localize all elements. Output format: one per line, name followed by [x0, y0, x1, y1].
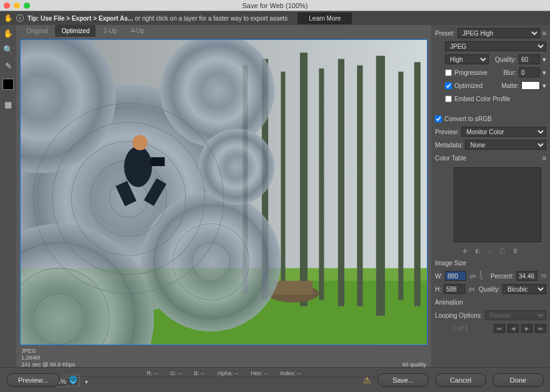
blur-input[interactable] [519, 67, 540, 77]
percent-unit: % [541, 273, 546, 279]
blur-stepper-icon[interactable]: ▾ [542, 69, 546, 77]
tip-text: or right click on a layer for a faster w… [133, 15, 288, 22]
colortable-label: Color Table [435, 155, 466, 162]
readout-b: B: -- [194, 370, 204, 376]
matte-menu-icon[interactable]: ▾ [542, 82, 546, 90]
progressive-checkbox[interactable] [445, 69, 452, 76]
height-label: H: [435, 286, 441, 293]
image-preview[interactable] [20, 39, 428, 345]
eyedropper-tool-icon[interactable]: ✎ [2, 60, 14, 71]
learn-more-button[interactable]: Learn More [298, 12, 352, 24]
ct-add-icon[interactable]: ▢ [499, 247, 505, 254]
preview-select[interactable]: Monitor Color [461, 127, 546, 137]
preview-tabs: Original Optimized 2-Up 4-Up [16, 25, 431, 37]
hand-tool-icon[interactable]: ✋ [2, 27, 14, 39]
resize-quality-select[interactable]: Bicubic [502, 284, 546, 294]
looping-label: Looping Options: [435, 312, 482, 319]
ct-shift-icon[interactable]: ◐ [475, 247, 481, 254]
optimized-checkbox[interactable] [445, 82, 452, 89]
svg-point-20 [198, 129, 274, 205]
status-filesize: 1.294M [21, 355, 75, 361]
play-icon: ▶ [521, 324, 532, 333]
close-icon[interactable] [4, 2, 10, 9]
cancel-button[interactable]: Cancel [435, 373, 486, 387]
tip-bar: ✋ i Tip: Use File > Export > Export As..… [0, 11, 550, 25]
zoom-menu-icon[interactable]: ▾ [81, 377, 91, 387]
svg-rect-14 [274, 281, 312, 295]
zoom-tool-icon[interactable]: 🔍 [2, 44, 14, 55]
height-unit: px [469, 286, 475, 292]
warning-icon: ⚠ [363, 375, 371, 385]
preset-menu-icon[interactable]: ≡ [542, 29, 546, 37]
svg-rect-36 [151, 157, 164, 166]
optimized-label: Optimized [454, 82, 482, 89]
info-icon: i [16, 14, 24, 22]
quality-label: Quality: [495, 56, 516, 63]
status-format: JPEG [21, 348, 75, 354]
preset-label: Preset: [435, 30, 455, 37]
quality-preset-select[interactable]: High [445, 54, 489, 64]
metadata-select[interactable]: None [465, 140, 546, 150]
preview-label: Preview: [435, 129, 459, 135]
metadata-label: Metadata: [435, 142, 462, 149]
convert-srgb-label: Convert to sRGB [444, 115, 492, 122]
height-input[interactable] [444, 284, 465, 294]
ct-lock-icon[interactable]: ⌂ [488, 247, 492, 254]
width-label: W: [435, 273, 442, 280]
embed-profile-checkbox[interactable] [445, 96, 452, 102]
progressive-label: Progressive [454, 69, 488, 76]
percent-label: Percent: [491, 273, 514, 280]
quality-stepper-icon[interactable]: ▾ [542, 56, 546, 64]
ct-snap-icon[interactable]: ◈ [462, 247, 468, 254]
slice-visibility-icon[interactable]: ▦ [2, 99, 14, 110]
settings-sidebar: Preset: JPEG High ≡ JPEG High Quality: ▾… [431, 25, 550, 367]
readout-r: R: -- [147, 370, 158, 376]
preview-status: JPEG 1.294M 241 sec @ 56.6 Kbps 60 quali… [16, 346, 431, 370]
embed-profile-label: Embed Color Profile [454, 96, 510, 102]
percent-input[interactable] [516, 271, 538, 281]
colortable-menu-icon[interactable]: ≡ [542, 154, 546, 162]
prev-frame-icon: ◀ [508, 324, 519, 333]
status-quality: 60 quality [402, 361, 426, 368]
readout-g: G: -- [170, 370, 181, 376]
ct-delete-icon[interactable]: 🗑 [512, 247, 519, 254]
minimize-icon[interactable] [14, 2, 20, 9]
svg-rect-10 [376, 56, 385, 315]
link-dimensions-icon[interactable]: ]⟐ [480, 272, 483, 280]
foreground-color-swatch[interactable] [2, 79, 14, 90]
window-titlebar: Save for Web (100%) [0, 0, 550, 11]
svg-rect-9 [357, 66, 362, 306]
tab-2up[interactable]: 2-Up [97, 25, 123, 37]
frame-counter: 1 of 1 [452, 325, 468, 332]
readout-index: Index: -- [280, 370, 301, 376]
first-frame-icon: ⏮ [494, 324, 505, 333]
quality-input[interactable] [519, 54, 540, 64]
tab-optimized[interactable]: Optimized [55, 25, 96, 37]
browser-menu-icon[interactable]: 🌐 [66, 375, 80, 386]
format-select[interactable]: JPEG [445, 41, 546, 51]
svg-point-19 [141, 192, 281, 331]
matte-label: Matte: [501, 82, 519, 89]
matte-swatch[interactable] [521, 81, 540, 90]
blur-label: Blur: [503, 69, 516, 76]
save-button[interactable]: Save... [378, 373, 429, 387]
readout-alpha: Alpha: -- [217, 370, 238, 376]
status-download: 241 sec @ 56.6 Kbps [21, 361, 75, 368]
hand-tool-icon[interactable]: ✋ [4, 14, 12, 22]
tab-original[interactable]: Original [20, 25, 54, 37]
maximize-icon[interactable] [24, 2, 30, 9]
resize-quality-label: Quality: [479, 286, 500, 293]
preview-button[interactable]: Preview... [6, 373, 60, 387]
svg-rect-11 [398, 72, 403, 300]
animation-label: Animation [435, 299, 462, 306]
tip-text-bold: Tip: Use File > Export > Export As... [28, 15, 133, 22]
color-table [454, 167, 541, 242]
done-button[interactable]: Done [492, 373, 544, 387]
convert-srgb-checkbox[interactable] [435, 115, 442, 122]
preset-select[interactable]: JPEG High [458, 28, 540, 38]
svg-rect-8 [338, 59, 344, 306]
svg-rect-7 [319, 69, 324, 300]
tab-4up[interactable]: 4-Up [124, 25, 151, 37]
svg-rect-12 [414, 62, 421, 306]
width-input[interactable] [445, 271, 466, 281]
